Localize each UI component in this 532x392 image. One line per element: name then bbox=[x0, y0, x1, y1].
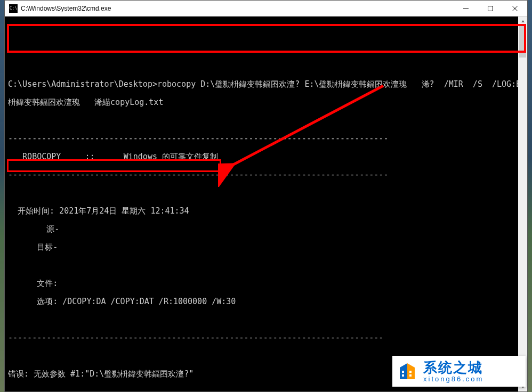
vertical-scrollbar[interactable] bbox=[518, 17, 527, 391]
terminal-line: 源- bbox=[8, 225, 524, 234]
terminal-line bbox=[8, 261, 524, 270]
terminal-line: ----------------------------------------… bbox=[8, 170, 524, 179]
terminal-line: 选项: /DCOPY:DA /COPY:DAT /R:1000000 /W:30 bbox=[8, 297, 524, 306]
terminal-area[interactable]: C:\Users\Administrator\Desktop>robocopy … bbox=[5, 17, 527, 391]
close-button[interactable] bbox=[503, 1, 527, 17]
minimize-button[interactable] bbox=[454, 1, 478, 17]
svg-rect-6 bbox=[402, 374, 404, 377]
terminal-line: C:\Users\Administrator\Desktop>robocopy … bbox=[8, 80, 524, 89]
terminal-line bbox=[8, 388, 524, 391]
svg-rect-1 bbox=[488, 6, 493, 11]
svg-rect-5 bbox=[402, 371, 404, 373]
watermark-title: 系统之城 bbox=[423, 361, 483, 374]
titlebar[interactable]: C:\Windows\System32\cmd.exe bbox=[5, 1, 527, 17]
watermark-url: xitong86.com bbox=[423, 375, 483, 382]
terminal-line bbox=[8, 44, 524, 53]
watermark-badge: 系统之城 xitong86.com bbox=[392, 356, 526, 387]
watermark-text: 系统之城 xitong86.com bbox=[423, 361, 483, 382]
svg-rect-8 bbox=[409, 374, 412, 377]
terminal-line: ----------------------------------------… bbox=[8, 134, 524, 143]
terminal-line: 文件: bbox=[8, 279, 524, 288]
terminal-line bbox=[8, 315, 524, 324]
maximize-button[interactable] bbox=[478, 1, 503, 17]
terminal-line bbox=[8, 189, 524, 198]
terminal-line: 开始时间: 2021年7月24日 星期六 12:41:34 bbox=[8, 207, 524, 216]
cmd-icon bbox=[9, 4, 18, 13]
watermark-logo-icon bbox=[397, 360, 419, 382]
terminal-line: 目标- bbox=[8, 243, 524, 252]
window-title: C:\Windows\System32\cmd.exe bbox=[21, 5, 111, 12]
terminal-line: ----------------------------------------… bbox=[8, 333, 524, 342]
terminal-line: 枡鍏变韩鍢囨欢澶瑰 浠緢copyLog.txt bbox=[8, 98, 524, 107]
terminal-line: ROBOCOPY :: Windows 的可靠文件复制 bbox=[8, 152, 524, 161]
terminal-content: C:\Users\Administrator\Desktop>robocopy … bbox=[5, 35, 527, 391]
terminal-line bbox=[8, 116, 524, 125]
scroll-track[interactable] bbox=[518, 26, 527, 382]
svg-rect-7 bbox=[409, 371, 412, 373]
scroll-up-button[interactable] bbox=[518, 17, 527, 26]
terminal-line bbox=[8, 62, 524, 71]
cmd-window: C:\Windows\System32\cmd.exe C:\Users\Adm… bbox=[4, 0, 528, 392]
scroll-thumb[interactable] bbox=[519, 26, 526, 58]
